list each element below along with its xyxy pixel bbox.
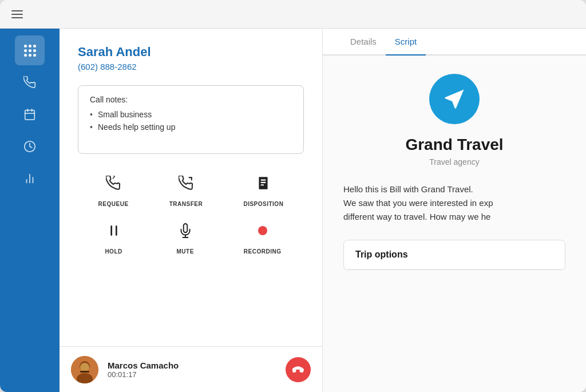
requeue-button[interactable]: REQUEUE <box>98 170 129 207</box>
avatar-image <box>71 356 98 383</box>
caller-info: Marcos Camacho 00:01:17 <box>108 361 276 379</box>
trip-options-section: Trip options <box>343 240 565 270</box>
end-call-icon <box>292 364 304 375</box>
dialpad-icon <box>24 45 36 57</box>
call-timer: 00:01:17 <box>108 370 276 379</box>
recording-dot-icon <box>258 226 267 235</box>
main-content: Sarah Andel (602) 888-2862 Call notes: S… <box>0 29 586 392</box>
contact-phone: (602) 888-2862 <box>78 62 304 72</box>
call-notes-list: Small business Needs help setting up <box>90 110 292 132</box>
transfer-label: TRANSFER <box>169 201 203 207</box>
active-call-bar: Marcos Camacho 00:01:17 <box>60 346 322 392</box>
tab-details[interactable]: Details <box>341 29 386 56</box>
call-note-item: Small business <box>90 110 292 119</box>
company-type: Travel agency <box>429 157 479 167</box>
plane-icon <box>442 86 467 112</box>
avatar <box>71 356 98 383</box>
right-panel: Details Script Grand Travel Travel agenc… <box>323 29 586 392</box>
recording-button[interactable]: RECORDING <box>244 217 282 255</box>
requeue-icon <box>106 176 121 191</box>
call-notes-box: Call notes: Small business Needs help se… <box>78 85 304 154</box>
mute-label: MUTE <box>177 248 194 255</box>
end-call-button[interactable] <box>286 357 311 382</box>
svg-rect-10 <box>261 180 266 181</box>
caller-name: Marcos Camacho <box>108 361 276 370</box>
clock-icon <box>23 140 36 153</box>
svg-rect-0 <box>25 110 35 120</box>
company-logo <box>429 74 480 124</box>
sidebar-item-calendar[interactable] <box>15 100 45 129</box>
app-window: Sarah Andel (602) 888-2862 Call notes: S… <box>0 0 586 392</box>
sidebar-item-calls[interactable] <box>15 68 45 97</box>
sidebar-item-analytics[interactable] <box>15 164 45 193</box>
menu-button[interactable] <box>11 10 23 18</box>
disposition-button[interactable]: DISPOSITION <box>243 170 283 207</box>
phone-icon <box>23 76 36 89</box>
svg-rect-21 <box>80 371 89 373</box>
trip-options-header: Trip options <box>344 240 565 270</box>
call-notes-label: Call notes: <box>90 95 292 104</box>
chart-icon <box>23 172 36 185</box>
tabs-row: Details Script <box>323 29 586 56</box>
titlebar <box>0 0 586 29</box>
mute-button[interactable]: MUTE <box>172 217 199 255</box>
company-name: Grand Travel <box>405 136 503 154</box>
mic-icon <box>178 223 193 238</box>
recording-label: RECORDING <box>244 248 282 255</box>
tab-script[interactable]: Script <box>386 29 426 56</box>
actions-row-2: HOLD MUTE <box>78 217 304 255</box>
script-text: Hello this is Bill with Grand Travel. We… <box>343 183 565 224</box>
center-panel: Sarah Andel (602) 888-2862 Call notes: S… <box>60 29 323 392</box>
svg-point-20 <box>80 363 89 372</box>
sidebar-item-dialpad[interactable] <box>15 35 45 65</box>
calendar-icon <box>23 108 36 121</box>
sidebar-item-history[interactable] <box>15 132 45 161</box>
hold-button[interactable]: HOLD <box>101 217 127 255</box>
svg-rect-12 <box>261 184 264 185</box>
actions-row-1: REQUEUE TRANSFER <box>78 170 304 207</box>
transfer-icon <box>179 176 193 191</box>
hold-label: HOLD <box>105 248 122 255</box>
script-content: Grand Travel Travel agency Hello this is… <box>323 56 586 392</box>
svg-rect-11 <box>261 182 266 183</box>
call-note-item: Needs help setting up <box>90 122 292 132</box>
disposition-label: DISPOSITION <box>243 201 283 207</box>
transfer-button[interactable]: TRANSFER <box>169 170 203 207</box>
contact-name: Sarah Andel <box>78 45 304 60</box>
pause-icon <box>106 223 121 238</box>
requeue-label: REQUEUE <box>98 201 129 207</box>
disposition-icon <box>256 176 271 191</box>
sidebar <box>0 29 60 392</box>
